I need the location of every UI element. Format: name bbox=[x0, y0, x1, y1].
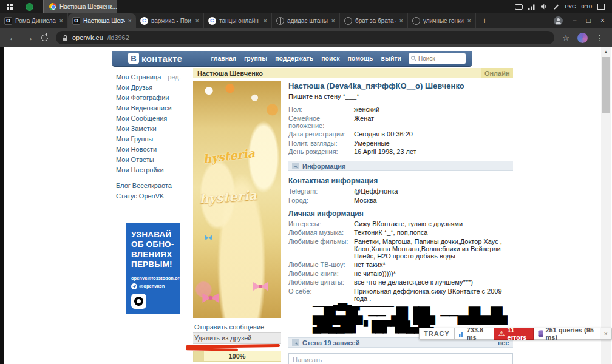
personal-field-row: Любимая музыка:ТектониК *_*, поп,попса bbox=[288, 229, 513, 236]
address-bar[interactable]: openvk.eu/id3962 bbox=[56, 31, 554, 44]
nav-home[interactable]: главная bbox=[211, 55, 236, 62]
warning-icon: ⚠ bbox=[498, 329, 505, 338]
browser-toolbar: ← → openvk.eu/id3962 ☆ ⋮ bbox=[0, 28, 612, 47]
minimize-button[interactable]: − bbox=[573, 16, 577, 25]
tracy-debug-bar: TRACY 733.8 ms ⚠ 11 errors 251 queries (… bbox=[419, 328, 612, 340]
tab-title: Настюша Шевчен bbox=[83, 18, 125, 24]
taskbar-app-icon-green[interactable] bbox=[25, 3, 33, 11]
tab-close-icon[interactable]: × bbox=[332, 17, 335, 24]
personal-field-row: Любимые фильмы:Ранетки, Маргоша, Папины … bbox=[288, 238, 513, 260]
touch-keyboard-icon[interactable] bbox=[597, 4, 605, 10]
tracy-label[interactable]: TRACY bbox=[419, 328, 455, 340]
sidebar-item-groups[interactable]: Мои Группы bbox=[116, 133, 193, 144]
wall-all-link[interactable]: все bbox=[498, 339, 509, 346]
back-button[interactable]: ← bbox=[8, 33, 17, 42]
language-indicator[interactable]: РУС bbox=[565, 4, 576, 10]
bookmark-star-icon[interactable]: ☆ bbox=[562, 33, 570, 42]
tracy-time-panel[interactable]: 733.8 ms bbox=[455, 328, 494, 340]
profile-status[interactable]: Пишите на стену *___* bbox=[288, 93, 513, 100]
sidebar-item-blog[interactable]: Блог Веселкраота bbox=[116, 180, 193, 190]
vk-logo[interactable]: В контакте bbox=[128, 53, 183, 64]
browser-tab[interactable]: брат за брата - Г × bbox=[340, 13, 408, 28]
wall-write-input[interactable] bbox=[288, 353, 513, 364]
pen-icon[interactable] bbox=[553, 4, 559, 10]
nav-search[interactable]: поиск bbox=[321, 55, 339, 62]
personal-info-heading: Личная информация bbox=[288, 209, 513, 218]
menu-kebab-icon[interactable]: ⋮ bbox=[596, 33, 604, 42]
contact-info-heading: Контактная информация bbox=[288, 177, 513, 185]
forward-button[interactable]: → bbox=[25, 33, 33, 42]
personal-field-row: Интересы:Сижу ВКонтакте, гуляю с друзьям… bbox=[288, 220, 513, 228]
tab-close-icon[interactable]: × bbox=[264, 17, 267, 24]
scrollbar-thumb[interactable] bbox=[602, 57, 610, 113]
openvk-ad-banner[interactable]: УЗНАВАЙ ОБ ОБНО- ВЛЕНИЯХ ПЕРВЫМ! openvk@… bbox=[126, 223, 180, 314]
tab-close-icon[interactable]: × bbox=[399, 17, 403, 24]
personal-field-row: Любимые книги:не читаю)))))* bbox=[288, 270, 513, 277]
new-tab-button[interactable]: + bbox=[482, 16, 487, 25]
nav-groups[interactable]: группы bbox=[244, 55, 267, 62]
tab-title: адидас штаны ку bbox=[287, 18, 328, 24]
reload-button[interactable] bbox=[40, 33, 50, 42]
sidebar-item-news[interactable]: Мои Новости bbox=[116, 144, 193, 154]
sidebar-item-my-page[interactable]: Моя Страницаред. bbox=[116, 72, 193, 82]
vk-site: В контакте главная группы поддержать пои… bbox=[112, 51, 472, 364]
section-icon bbox=[292, 339, 299, 346]
sidebar-item-photos[interactable]: Мои Фотографии bbox=[116, 92, 193, 103]
browser-tab-active[interactable]: O Настюша Шевчен × bbox=[68, 13, 136, 28]
online-status-badge: Онлайн bbox=[481, 68, 513, 78]
sidebar-item-videos[interactable]: Мои Видеозаписи bbox=[116, 103, 193, 113]
vk-main-column: Настюша Шевченко Онлайн hysteria hysteri… bbox=[193, 67, 513, 364]
start-button[interactable] bbox=[0, 0, 19, 13]
search-input[interactable] bbox=[418, 55, 461, 62]
profile-field-row: День рождения:16 April 1998, 23 лет bbox=[288, 148, 513, 155]
profile-avatar-icon[interactable] bbox=[554, 16, 563, 25]
sidebar-item-status[interactable]: Статус OpenVK bbox=[116, 190, 193, 201]
browser-tab[interactable]: O Рома Динислам × bbox=[0, 13, 68, 28]
nav-logout[interactable]: выйти bbox=[381, 55, 401, 62]
database-icon bbox=[538, 330, 543, 337]
close-window-button[interactable]: × bbox=[600, 16, 605, 25]
sidebar-item-answers[interactable]: Мои Ответы bbox=[116, 154, 193, 164]
tab-close-icon[interactable]: × bbox=[59, 17, 63, 24]
tab-close-icon[interactable]: × bbox=[195, 17, 199, 24]
openvk-favicon: O bbox=[4, 17, 12, 25]
information-section-header: Информация bbox=[288, 161, 513, 171]
vk-search-box[interactable] bbox=[409, 53, 466, 64]
browser-tab[interactable]: уличные гонки - × bbox=[408, 13, 476, 28]
tracy-errors-panel[interactable]: ⚠ 11 errors bbox=[494, 328, 534, 340]
volume-icon[interactable] bbox=[541, 4, 548, 10]
taskbar-chrome-window[interactable]: Настюша Шевченк... bbox=[43, 0, 117, 13]
edit-link[interactable]: ред. bbox=[168, 73, 180, 81]
vk-header: В контакте главная группы поддержать пои… bbox=[112, 51, 472, 67]
page-scrollbar[interactable]: ▲ bbox=[601, 47, 611, 364]
sidebar-item-settings[interactable]: Мои Настройки bbox=[116, 164, 193, 175]
send-message-link[interactable]: Отправить сообщение bbox=[193, 322, 281, 332]
clock[interactable]: 0:10 bbox=[581, 4, 592, 10]
profile-fields: Пол:женский Семейное положение:Женат Дат… bbox=[288, 106, 513, 155]
tab-close-icon[interactable]: × bbox=[467, 17, 471, 24]
sidebar-item-notes[interactable]: Мои Заметки bbox=[116, 123, 193, 133]
profile-photo[interactable]: hysteria hysteria bbox=[193, 81, 281, 318]
globe-favicon bbox=[344, 17, 352, 25]
url-host: openvk.eu bbox=[72, 34, 103, 41]
maximize-button[interactable]: □ bbox=[586, 16, 591, 25]
browser-tab[interactable]: G варжика - Пои × bbox=[136, 13, 204, 28]
tab-title: танцы онлайн - П bbox=[219, 18, 260, 24]
vk-sidebar: Моя Страницаред. Мои Друзья Мои Фотограф… bbox=[112, 67, 193, 364]
sidebar-item-friends[interactable]: Мои Друзья bbox=[116, 82, 193, 92]
scroll-up-arrow[interactable]: ▲ bbox=[601, 47, 611, 55]
tracy-queries-panel[interactable]: 251 queries (95 ms) bbox=[534, 328, 600, 340]
browser-tab[interactable]: адидас штаны ку × bbox=[272, 13, 340, 28]
browser-tab[interactable]: G танцы онлайн - П × bbox=[204, 13, 272, 28]
nav-donate[interactable]: поддержать bbox=[275, 55, 313, 62]
tracy-close-icon[interactable]: × bbox=[600, 328, 612, 340]
keyboard-icon[interactable] bbox=[515, 4, 523, 10]
remove-friend-button[interactable]: Удалить из друзей bbox=[193, 332, 281, 344]
wall-title: Стена 19 записей bbox=[302, 339, 359, 346]
sidebar-item-messages[interactable]: Мои Сообщения bbox=[116, 113, 193, 123]
network-signal-icon[interactable] bbox=[528, 4, 536, 10]
browser-profile-avatar[interactable] bbox=[577, 33, 588, 43]
profile-photo-column: hysteria hysteria Отправить сообщение Уд… bbox=[193, 81, 281, 364]
nav-help[interactable]: помощь bbox=[348, 55, 373, 62]
tab-close-icon[interactable]: × bbox=[128, 17, 132, 24]
